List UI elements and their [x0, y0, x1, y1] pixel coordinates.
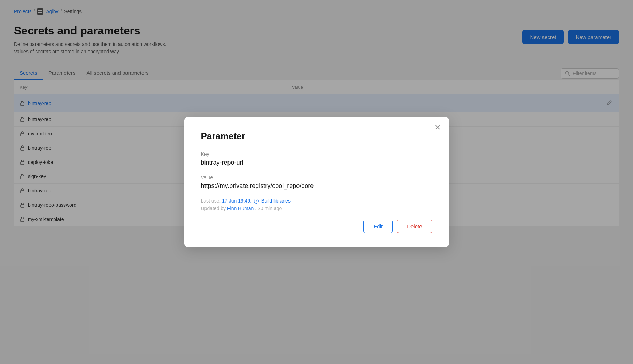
modal: ✕ Parameter Key bintray-repo-url Value h…	[184, 117, 449, 247]
modal-key-label: Key	[201, 151, 432, 157]
modal-updated: Updated by Finn Human , 20 min ago	[201, 206, 432, 211]
modal-updated-user[interactable]: Finn Human	[227, 206, 254, 211]
modal-actions: Edit Delete	[201, 220, 432, 233]
modal-delete-button[interactable]: Delete	[397, 220, 432, 233]
modal-value-value: https://my.private.registry/cool_repo/co…	[201, 182, 432, 190]
svg-line-16	[256, 201, 257, 202]
modal-last-use-date[interactable]: 17 Jun 19:49,	[222, 198, 252, 204]
modal-key-value: bintray-repo-url	[201, 159, 432, 166]
modal-edit-button[interactable]: Edit	[363, 220, 393, 233]
modal-title: Parameter	[201, 131, 432, 142]
modal-overlay[interactable]: ✕ Parameter Key bintray-repo-url Value h…	[0, 0, 633, 364]
modal-close-button[interactable]: ✕	[434, 124, 441, 132]
modal-last-use: Last use: 17 Jun 19:49, Build libraries	[201, 198, 432, 204]
modal-value-label: Value	[201, 175, 432, 180]
modal-last-use-link[interactable]: Build libraries	[261, 198, 291, 204]
